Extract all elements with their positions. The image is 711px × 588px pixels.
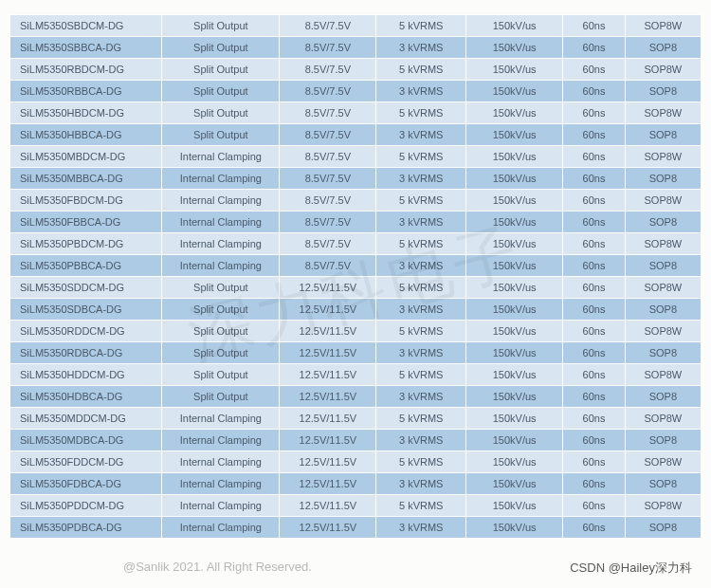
cell-slew: 150kV/us (466, 321, 563, 342)
cell-iso: 3 kVRMS (376, 473, 466, 495)
cell-output: Split Output (162, 81, 280, 102)
cell-package: SOP8 (625, 255, 701, 277)
cell-voltage: 12.5V/11.5V (280, 495, 376, 517)
cell-package: SOP8W (625, 495, 701, 517)
cell-iso: 3 kVRMS (376, 386, 466, 408)
cell-slew: 150kV/us (466, 59, 563, 81)
cell-slew: 150kV/us (466, 211, 563, 233)
cell-slew: 150kV/us (466, 168, 563, 190)
cell-partno: SiLM5350RDDCM-DG (10, 321, 162, 342)
cell-partno: SiLM5350SDDCM-DG (10, 277, 162, 299)
cell-partno: SiLM5350SBBCA-DG (10, 37, 162, 59)
cell-voltage: 8.5V/7.5V (280, 81, 376, 102)
spec-table: SiLM5350SBDCM-DGSplit Output8.5V/7.5V5 k… (9, 14, 702, 539)
table-row: SiLM5350RDBCA-DGSplit Output12.5V/11.5V3… (10, 342, 702, 364)
cell-iso: 5 kVRMS (376, 364, 466, 386)
cell-voltage: 12.5V/11.5V (280, 386, 376, 408)
cell-delay: 60ns (563, 473, 626, 495)
cell-output: Split Output (162, 15, 280, 37)
cell-delay: 60ns (563, 233, 626, 255)
cell-slew: 150kV/us (466, 299, 563, 321)
cell-output: Internal Clamping (162, 190, 280, 211)
cell-voltage: 12.5V/11.5V (280, 408, 376, 430)
cell-slew: 150kV/us (466, 233, 563, 255)
cell-output: Internal Clamping (162, 495, 280, 517)
cell-package: SOP8 (625, 517, 701, 539)
cell-iso: 3 kVRMS (376, 299, 466, 321)
cell-voltage: 8.5V/7.5V (280, 15, 376, 37)
cell-package: SOP8W (625, 321, 701, 342)
cell-delay: 60ns (563, 364, 626, 386)
cell-delay: 60ns (563, 495, 626, 517)
cell-delay: 60ns (563, 190, 626, 211)
cell-slew: 150kV/us (466, 473, 563, 495)
table-row: SiLM5350HBBCA-DGSplit Output8.5V/7.5V3 k… (10, 124, 702, 146)
cell-package: SOP8 (625, 124, 701, 146)
cell-delay: 60ns (563, 451, 626, 473)
cell-iso: 3 kVRMS (376, 517, 466, 539)
cell-partno: SiLM5350MDDCM-DG (10, 408, 162, 430)
cell-output: Split Output (162, 364, 280, 386)
cell-slew: 150kV/us (466, 430, 563, 451)
cell-voltage: 12.5V/11.5V (280, 517, 376, 539)
cell-iso: 3 kVRMS (376, 124, 466, 146)
cell-partno: SiLM5350FBDCM-DG (10, 190, 162, 211)
cell-package: SOP8 (625, 168, 701, 190)
cell-iso: 5 kVRMS (376, 321, 466, 342)
table-row: SiLM5350HDBCA-DGSplit Output12.5V/11.5V3… (10, 386, 702, 408)
cell-voltage: 8.5V/7.5V (280, 168, 376, 190)
cell-slew: 150kV/us (466, 451, 563, 473)
cell-package: SOP8W (625, 408, 701, 430)
cell-package: SOP8W (625, 277, 701, 299)
cell-output: Split Output (162, 321, 280, 342)
cell-output: Split Output (162, 342, 280, 364)
cell-partno: SiLM5350MDBCA-DG (10, 430, 162, 451)
cell-slew: 150kV/us (466, 386, 563, 408)
cell-delay: 60ns (563, 517, 626, 539)
cell-partno: SiLM5350SBDCM-DG (10, 15, 162, 37)
cell-delay: 60ns (563, 321, 626, 342)
cell-iso: 3 kVRMS (376, 81, 466, 102)
cell-slew: 150kV/us (466, 37, 563, 59)
cell-package: SOP8 (625, 430, 701, 451)
cell-output: Internal Clamping (162, 408, 280, 430)
cell-partno: SiLM5350PDBCA-DG (10, 517, 162, 539)
cell-delay: 60ns (563, 386, 626, 408)
cell-partno: SiLM5350FDDCM-DG (10, 451, 162, 473)
cell-package: SOP8 (625, 37, 701, 59)
cell-delay: 60ns (563, 146, 626, 168)
cell-delay: 60ns (563, 342, 626, 364)
cell-voltage: 8.5V/7.5V (280, 37, 376, 59)
cell-slew: 150kV/us (466, 15, 563, 37)
cell-iso: 3 kVRMS (376, 37, 466, 59)
cell-partno: SiLM5350HBDCM-DG (10, 102, 162, 124)
cell-package: SOP8W (625, 451, 701, 473)
cell-voltage: 8.5V/7.5V (280, 102, 376, 124)
cell-package: SOP8 (625, 473, 701, 495)
cell-output: Split Output (162, 102, 280, 124)
cell-delay: 60ns (563, 277, 626, 299)
cell-delay: 60ns (563, 102, 626, 124)
cell-partno: SiLM5350SDBCA-DG (10, 299, 162, 321)
cell-partno: SiLM5350FBBCA-DG (10, 211, 162, 233)
cell-output: Internal Clamping (162, 233, 280, 255)
cell-voltage: 8.5V/7.5V (280, 146, 376, 168)
cell-output: Internal Clamping (162, 473, 280, 495)
cell-slew: 150kV/us (466, 342, 563, 364)
table-row: SiLM5350HBDCM-DGSplit Output8.5V/7.5V5 k… (10, 102, 702, 124)
cell-delay: 60ns (563, 299, 626, 321)
cell-slew: 150kV/us (466, 146, 563, 168)
cell-voltage: 12.5V/11.5V (280, 342, 376, 364)
cell-output: Internal Clamping (162, 168, 280, 190)
cell-output: Split Output (162, 299, 280, 321)
cell-output: Internal Clamping (162, 517, 280, 539)
cell-delay: 60ns (563, 211, 626, 233)
cell-partno: SiLM5350FDBCA-DG (10, 473, 162, 495)
cell-iso: 5 kVRMS (376, 495, 466, 517)
cell-iso: 5 kVRMS (376, 146, 466, 168)
cell-voltage: 12.5V/11.5V (280, 473, 376, 495)
cell-partno: SiLM5350RDBCA-DG (10, 342, 162, 364)
cell-partno: SiLM5350PBDCM-DG (10, 233, 162, 255)
cell-package: SOP8W (625, 364, 701, 386)
cell-partno: SiLM5350HDBCA-DG (10, 386, 162, 408)
